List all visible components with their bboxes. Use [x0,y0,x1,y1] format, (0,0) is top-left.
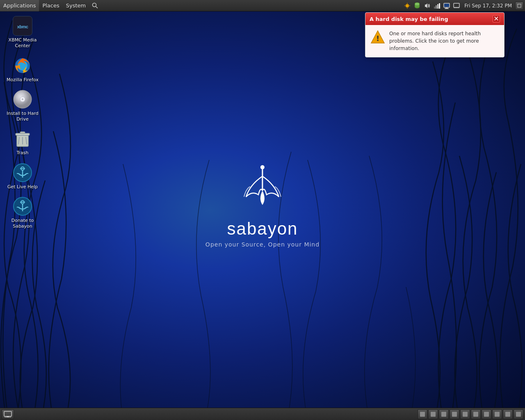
taskbar-btn-3[interactable] [439,409,449,419]
notification-title: A hard disk may be failing [370,16,448,22]
svg-rect-60 [452,412,457,417]
network-icon[interactable] [432,1,441,10]
panel-right: Fri Sep 17, 2:32 PM [403,1,525,10]
svg-rect-61 [463,412,468,417]
svg-rect-54 [4,411,11,416]
donate-icon-img [13,196,32,216]
brightness-icon[interactable] [403,1,412,10]
svg-point-2 [406,4,409,7]
search-button[interactable] [91,1,100,10]
bottom-panel-left [0,409,16,419]
taskbar-btn-4[interactable] [450,409,459,419]
taskbar-btn-7[interactable] [482,409,491,419]
livehelp-icon-img [13,163,32,183]
trash-label: Trash [16,150,28,156]
svg-rect-18 [444,4,449,7]
clock: Fri Sep 17, 2:32 PM [462,3,514,9]
svg-rect-13 [437,4,438,9]
svg-rect-59 [441,412,446,417]
taskbar-btn-9[interactable] [503,409,513,419]
notification-body: ! One or more hard disks report health p… [365,25,504,57]
svg-rect-66 [516,412,521,417]
install-icon-item[interactable]: Install to Hard Drive [4,88,41,124]
xbmc-logo: xbmc [13,16,32,36]
svg-rect-58 [431,412,436,417]
sabayon-logo: sabayon Open your Source, Open your Mind [205,164,320,248]
sabayon-name: sabayon [227,219,298,239]
desktop: Applications Places System [0,0,525,420]
window-button[interactable] [515,2,523,10]
livehelp-label: Get Live Help [7,184,38,190]
taskbar-btn-6[interactable] [471,409,481,419]
svg-rect-65 [505,412,510,417]
notification-body-text: One or more hard disks report health pro… [389,30,499,52]
desktop-icons: xbmc XBMC Media Center Mozilla Firefox [4,14,41,231]
svg-rect-14 [439,3,440,9]
bottom-panel [0,408,525,420]
svg-rect-63 [484,412,489,417]
svg-text:xbmc: xbmc [17,24,28,29]
places-menu[interactable]: Places [39,0,62,11]
xbmc-icon-item[interactable]: xbmc XBMC Media Center [4,14,41,51]
notification-close-button[interactable]: ✕ [493,15,500,23]
firefox-icon-item[interactable]: Mozilla Firefox [4,54,41,84]
sabayon-tagline: Open your Source, Open your Mind [205,241,320,248]
taskbar-btn-8[interactable] [492,409,502,419]
system-icon[interactable] [452,1,461,10]
svg-point-30 [14,90,32,108]
trash-icon-img [13,129,32,148]
svg-point-9 [415,2,420,6]
applications-menu[interactable]: Applications [0,0,39,11]
svg-rect-12 [436,5,437,9]
svg-rect-19 [454,3,459,7]
firefox-icon-img [13,56,32,75]
livehelp-icon-item[interactable]: Get Live Help [4,161,41,192]
xbmc-icon-img: xbmc [13,16,32,36]
sabayon-logo-icon [242,164,283,215]
top-panel: Applications Places System [0,0,525,11]
taskbar-btn-5[interactable] [460,409,470,419]
bottom-panel-right [418,409,525,419]
panel-left: Applications Places System [0,0,403,11]
volume-icon[interactable] [422,1,431,10]
display-icon[interactable] [442,1,451,10]
install-icon-img [13,89,32,109]
svg-rect-57 [420,412,425,417]
donate-label: Donate to Sabayon [6,218,39,230]
svg-rect-21 [518,4,521,7]
trash-icon-item[interactable]: Trash [4,127,41,158]
taskbar-btn-1[interactable] [418,409,427,419]
svg-rect-64 [495,412,500,417]
svg-rect-34 [20,132,25,134]
donate-icon-item[interactable]: Donate to Sabayon [4,195,41,231]
install-label: Install to Hard Drive [6,111,39,123]
taskbar-btn-10[interactable] [514,409,523,419]
svg-line-1 [96,6,98,8]
firefox-label: Mozilla Firefox [7,77,39,83]
hdd-icon[interactable] [413,1,422,10]
system-menu[interactable]: System [63,0,89,11]
taskbar-btn-2[interactable] [428,409,438,419]
warning-icon: ! [370,30,385,45]
notification-popup: A hard disk may be failing ✕ ! One or mo… [365,12,504,57]
svg-rect-62 [473,412,478,417]
svg-marker-10 [425,3,427,8]
show-desktop-button[interactable] [2,409,14,419]
notification-header: A hard disk may be failing ✕ [365,13,504,25]
xbmc-label: XBMC Media Center [6,37,39,49]
svg-point-51 [260,165,265,169]
svg-point-0 [93,3,96,7]
search-icon [92,2,98,9]
svg-text:!: ! [376,34,379,43]
svg-rect-11 [434,7,435,9]
